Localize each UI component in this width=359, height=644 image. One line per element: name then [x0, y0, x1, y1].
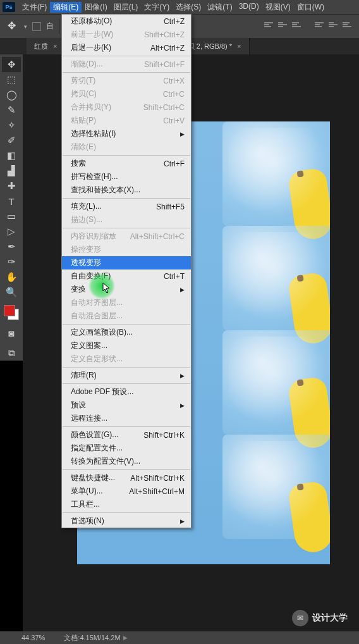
move-tool[interactable]: ✥	[2, 57, 21, 72]
menu-item[interactable]: 查找和替换文本(X)...	[62, 183, 191, 197]
menu-item[interactable]: 文件(F)	[19, 2, 50, 13]
menu-item-label: 前进一步(W)	[71, 29, 113, 40]
menu-item-label: 键盘快捷键...	[71, 473, 115, 483]
shortcut-label: Ctrl+C	[163, 90, 185, 99]
menu-item[interactable]: 颜色设置(G)...Shift+Ctrl+K	[62, 428, 191, 442]
menu-item[interactable]: 清理(R)▶	[62, 369, 191, 382]
menu-item[interactable]: 变换▶	[62, 283, 191, 296]
menu-item[interactable]: 定义画笔预设(B)...	[62, 326, 191, 339]
menu-item[interactable]: 图层(L)	[111, 2, 142, 13]
shape-tool[interactable]: ▭	[2, 209, 21, 224]
quick-select-tool[interactable]: ✎	[2, 102, 21, 118]
color-swatch[interactable]	[4, 305, 19, 320]
menu-item[interactable]: 键盘快捷键...Alt+Shift+Ctrl+K	[62, 471, 191, 485]
zoom-tool[interactable]: 🔍	[2, 285, 21, 300]
path-tool[interactable]: ▷	[2, 224, 21, 239]
ice-cube-image	[222, 330, 330, 435]
menu-item-label: 变换	[71, 284, 86, 295]
shortcut-label: Ctrl+F	[164, 159, 185, 168]
magic-wand-tool[interactable]: ✧	[2, 118, 21, 133]
shortcut-label: Shift+Ctrl+Z	[144, 30, 185, 39]
menu-item[interactable]: 窗口(W)	[294, 2, 327, 13]
menu-separator	[63, 198, 190, 199]
align-bottom-icon[interactable]	[292, 22, 302, 31]
align-right-icon[interactable]	[343, 22, 353, 31]
menu-separator	[63, 469, 190, 470]
menu-item[interactable]: Adobe PDF 预设...	[62, 385, 191, 399]
chevron-down-icon[interactable]: ▾	[24, 23, 27, 30]
divider	[59, 19, 59, 34]
menu-item-label: 剪切(T)	[71, 75, 95, 86]
menu-item[interactable]: 拼写检查(H)...	[62, 170, 191, 183]
menu-item[interactable]: 指定配置文件...	[62, 442, 191, 455]
menu-item[interactable]: 填充(L)...Shift+F5	[62, 200, 191, 213]
pen-tool[interactable]: ✒	[2, 239, 21, 254]
eyedropper-tool[interactable]: ✑	[2, 254, 21, 269]
menu-item[interactable]: 转换为配置文件(V)...	[62, 455, 191, 468]
menu-item[interactable]: 滤镜(T)	[204, 2, 235, 13]
align-top-icon[interactable]	[264, 22, 274, 31]
menu-item[interactable]: 搜索Ctrl+F	[62, 157, 191, 170]
eraser-tool[interactable]: ◧	[2, 148, 21, 163]
hand-tool[interactable]: ✋	[2, 269, 21, 285]
marquee-tool[interactable]: ⬚	[2, 72, 21, 87]
menu-item[interactable]: 预设▶	[62, 399, 191, 412]
menu-separator	[63, 367, 190, 368]
chevron-right-icon[interactable]: ▶	[123, 635, 128, 641]
menu-item-label: 合并拷贝(Y)	[71, 102, 111, 113]
shortcut-label: Shift+Ctrl+K	[143, 431, 185, 440]
menu-item[interactable]: 定义图案...	[62, 339, 191, 352]
menu-item-label: 指定配置文件...	[71, 443, 123, 454]
auto-select-checkbox[interactable]	[32, 22, 41, 31]
app-logo: Ps	[3, 2, 15, 12]
type-tool[interactable]: T	[2, 194, 21, 209]
menu-item[interactable]: 菜单(U)...Alt+Shift+Ctrl+M	[62, 485, 191, 498]
quick-mask-icon[interactable]: ◙	[2, 325, 21, 340]
zoom-level[interactable]: 44.37%	[21, 634, 45, 641]
shortcut-label: Alt+Shift+Ctrl+K	[130, 474, 185, 483]
menu-item-label: 描边(S)...	[71, 214, 102, 225]
menu-item[interactable]: 选择(S)	[173, 2, 204, 13]
menu-separator	[63, 426, 190, 427]
menu-item-label: 后退一步(K)	[71, 42, 111, 53]
menu-item[interactable]: 选择性粘贴(I)▶	[62, 127, 191, 140]
healing-tool[interactable]: ✚	[2, 178, 21, 194]
menu-item-label: 清除(E)	[71, 142, 96, 152]
menu-item[interactable]: 工具栏...	[62, 498, 191, 511]
menu-item[interactable]: 首选项(N)▶	[62, 514, 191, 528]
menu-item[interactable]: 后退一步(K)Alt+Ctrl+Z	[62, 41, 191, 54]
menu-item[interactable]: 还原移动(O)Ctrl+Z	[62, 15, 191, 28]
close-icon[interactable]: ×	[53, 42, 57, 50]
brush-tool[interactable]: ✐	[2, 133, 21, 148]
stamp-tool[interactable]: ▟	[2, 163, 21, 178]
lasso-tool[interactable]: ◯	[2, 87, 21, 102]
screen-mode-icon[interactable]: ⧉	[2, 345, 21, 361]
menu-item-label: 菜单(U)...	[71, 486, 103, 497]
menu-separator	[63, 155, 190, 156]
menu-item: 自动混合图层...	[62, 309, 191, 323]
menu-item[interactable]: 编辑(E)	[50, 2, 82, 13]
menu-item[interactable]: 透视变形	[62, 256, 191, 269]
menu-item-label: 清理(R)	[71, 370, 97, 381]
menu-item[interactable]: 文字(Y)	[141, 2, 173, 13]
submenu-arrow-icon: ▶	[180, 373, 185, 379]
menu-item-label: 内容识别缩放	[71, 231, 116, 242]
menu-item[interactable]: 视图(V)	[262, 2, 294, 13]
menu-item[interactable]: 3D(D)	[236, 2, 262, 13]
align-hcenter-icon[interactable]	[329, 22, 339, 31]
align-left-icon[interactable]	[315, 22, 325, 31]
menu-item-label: 远程连接...	[71, 413, 107, 424]
document-tab[interactable]: 红质 ×	[27, 38, 65, 54]
menu-item[interactable]: 图像(I)	[82, 2, 110, 13]
menu-item-label: 渐隐(D)...	[71, 59, 103, 70]
shortcut-label: Ctrl+T	[164, 272, 185, 281]
doc-info[interactable]: 文档:4.15M/14.2M	[64, 633, 120, 643]
menubar: Ps 文件(F)编辑(E)图像(I)图层(L)文字(Y)选择(S)滤镜(T)3D…	[0, 0, 359, 14]
menu-item-label: 填充(L)...	[71, 201, 102, 212]
menu-item: 合并拷贝(Y)Shift+Ctrl+C	[62, 101, 191, 114]
close-icon[interactable]: ×	[237, 42, 241, 50]
menu-item[interactable]: 自由变换(F)Ctrl+T	[62, 269, 191, 283]
align-group	[264, 22, 353, 31]
menu-item[interactable]: 远程连接...	[62, 412, 191, 425]
align-vcenter-icon[interactable]	[278, 22, 288, 31]
